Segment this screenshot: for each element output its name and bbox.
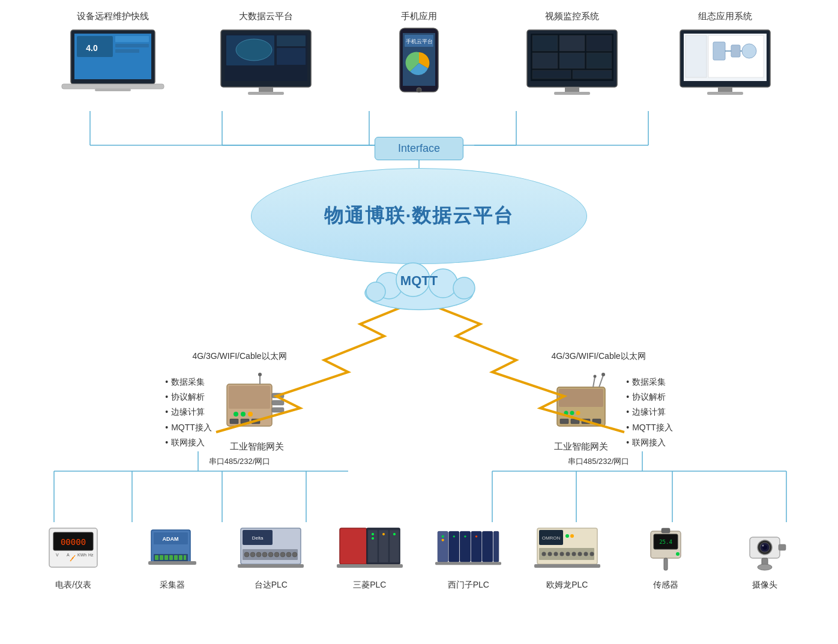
svg-point-129 bbox=[262, 552, 267, 557]
svg-rect-187 bbox=[779, 544, 786, 550]
adam-image: ADAM bbox=[139, 522, 205, 576]
gateways-row: 数据采集 协议解析 边缘计算 MQTT接入 联网接入 bbox=[0, 372, 838, 453]
svg-rect-86 bbox=[230, 419, 238, 424]
svg-text:25.4: 25.4 bbox=[659, 539, 672, 545]
svg-rect-63 bbox=[713, 42, 725, 60]
device-camera: 摄像头 bbox=[732, 522, 798, 591]
svg-text:Hz: Hz bbox=[88, 553, 94, 557]
svg-point-141 bbox=[372, 533, 374, 535]
device-laptop: 设备远程维护快线 4.0 bbox=[53, 11, 173, 99]
svg-rect-157 bbox=[435, 562, 501, 565]
svg-point-83 bbox=[234, 412, 238, 417]
svg-rect-82 bbox=[272, 408, 284, 412]
adam-label: 采集器 bbox=[160, 580, 185, 591]
svg-point-155 bbox=[464, 535, 466, 537]
camera-label: 摄像头 bbox=[752, 580, 777, 591]
svg-point-132 bbox=[280, 552, 285, 557]
svg-rect-38 bbox=[277, 48, 306, 65]
svg-rect-101 bbox=[592, 419, 601, 424]
svg-point-165 bbox=[559, 552, 564, 556]
svg-rect-49 bbox=[532, 35, 558, 51]
svg-line-93 bbox=[593, 377, 595, 387]
gateway-block-right: 工业智能网关 bbox=[548, 372, 614, 453]
svg-point-156 bbox=[475, 535, 477, 537]
feature-item: 联网接入 bbox=[165, 435, 212, 450]
meter-image: 00000 V A KWh Hz bbox=[40, 522, 106, 576]
svg-point-142 bbox=[372, 537, 374, 540]
svg-point-169 bbox=[583, 552, 588, 556]
sensor-label: 传感器 bbox=[653, 580, 678, 591]
svg-rect-54 bbox=[586, 53, 612, 68]
sensor-image: 25.4 bbox=[633, 522, 699, 576]
svg-rect-100 bbox=[582, 419, 590, 424]
svg-rect-39 bbox=[259, 87, 273, 92]
svg-rect-88 bbox=[252, 419, 260, 424]
feature-item: 协议解析 bbox=[626, 390, 673, 405]
svg-rect-117 bbox=[169, 555, 173, 560]
serial-label-left: 串口485/232/网口 bbox=[209, 456, 271, 467]
svg-text:00000: 00000 bbox=[61, 537, 86, 547]
svg-point-94 bbox=[594, 375, 597, 378]
svg-point-172 bbox=[570, 534, 574, 538]
gateway-label-right: 工业智能网关 bbox=[554, 441, 608, 453]
svg-rect-68 bbox=[718, 87, 732, 92]
svg-rect-119 bbox=[179, 555, 182, 560]
svg-rect-151 bbox=[494, 531, 499, 562]
svg-line-91 bbox=[599, 375, 603, 387]
mqtt-cloud-shape: MQTT bbox=[347, 251, 491, 311]
svg-text:4.0: 4.0 bbox=[86, 43, 98, 53]
svg-point-75 bbox=[366, 282, 385, 301]
svg-rect-31 bbox=[62, 84, 164, 89]
bigdata-image bbox=[212, 27, 320, 99]
network-label-right: 4G/3G/WIFI/Cable以太网 bbox=[551, 351, 645, 362]
gateway-section-right: 工业智能网关 数据采集 协议解析 边缘计算 MQTT接入 联网接入 bbox=[548, 372, 673, 453]
bigdata-label: 大数据云平台 bbox=[239, 11, 293, 22]
svg-point-92 bbox=[601, 373, 605, 376]
svg-point-170 bbox=[589, 552, 594, 556]
svg-point-46 bbox=[417, 88, 421, 92]
svg-rect-51 bbox=[586, 35, 612, 51]
delta-plc-label: 台达PLC bbox=[255, 580, 288, 591]
svg-point-162 bbox=[541, 552, 546, 556]
feature-item: 协议解析 bbox=[165, 390, 212, 405]
device-phone: 手机应用 手机云平台 bbox=[359, 11, 479, 99]
svg-point-127 bbox=[250, 552, 255, 557]
network-labels: 4G/3G/WIFI/Cable以太网 4G/3G/WIFI/Cable以太网 bbox=[0, 351, 838, 362]
device-adam: ADAM 采集器 bbox=[139, 522, 205, 591]
svg-rect-69 bbox=[707, 92, 743, 95]
svg-rect-115 bbox=[160, 555, 163, 560]
device-plc-omron: OMRON bbox=[534, 522, 600, 591]
camera-image bbox=[732, 522, 798, 576]
cloud-platform-text: 物通博联·数据云平台 bbox=[324, 203, 514, 229]
svg-rect-37 bbox=[277, 35, 306, 46]
svg-rect-29 bbox=[115, 49, 139, 53]
svg-rect-56 bbox=[573, 70, 612, 79]
svg-rect-80 bbox=[272, 393, 284, 398]
svg-text:OMRON: OMRON bbox=[541, 535, 560, 541]
svg-text:V: V bbox=[56, 553, 59, 557]
svg-rect-135 bbox=[238, 564, 304, 568]
svg-point-133 bbox=[286, 552, 291, 557]
svg-point-79 bbox=[258, 373, 262, 376]
svg-text:手机云平台: 手机云平台 bbox=[405, 38, 432, 44]
feature-item: 数据采集 bbox=[626, 375, 673, 390]
network-label-left: 4G/3G/WIFI/Cable以太网 bbox=[192, 351, 286, 362]
svg-rect-177 bbox=[664, 558, 668, 570]
svg-rect-28 bbox=[115, 44, 149, 47]
svg-rect-145 bbox=[337, 564, 403, 568]
feature-item: 数据采集 bbox=[165, 375, 212, 390]
top-devices-row: 设备远程维护快线 4.0 大数 bbox=[0, 0, 838, 99]
scada-label: 组态应用系统 bbox=[698, 11, 752, 22]
svg-rect-52 bbox=[532, 53, 558, 68]
feature-item: 联网接入 bbox=[626, 435, 673, 450]
svg-rect-87 bbox=[241, 419, 249, 424]
svg-rect-118 bbox=[174, 555, 178, 560]
svg-rect-57 bbox=[565, 87, 579, 92]
svg-rect-114 bbox=[155, 555, 158, 560]
svg-point-143 bbox=[382, 533, 385, 535]
svg-point-167 bbox=[571, 552, 576, 556]
svg-point-154 bbox=[453, 535, 455, 537]
svg-point-171 bbox=[565, 534, 569, 538]
svg-rect-98 bbox=[560, 419, 568, 424]
svg-point-134 bbox=[292, 552, 297, 557]
